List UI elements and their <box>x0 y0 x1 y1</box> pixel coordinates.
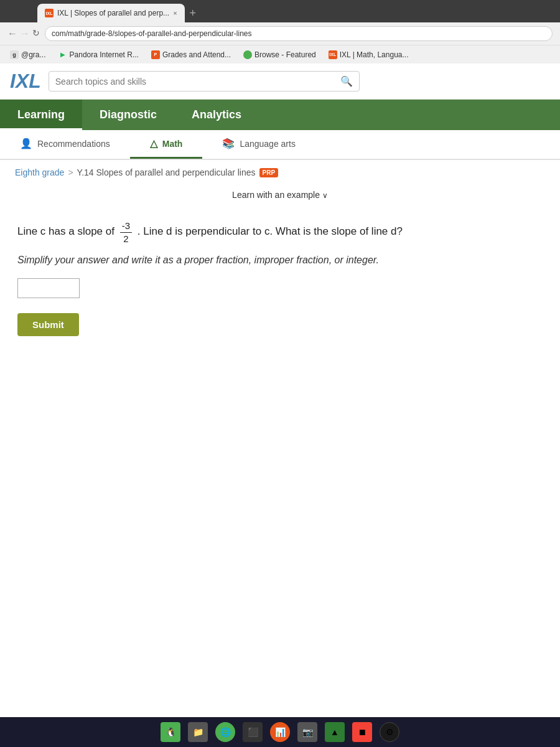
fraction-numerator: -3 <box>120 220 132 233</box>
reload-button[interactable]: ↻ <box>32 28 40 39</box>
tab-favicon: IXL <box>45 9 54 17</box>
bookmark-ixl-math[interactable]: IXL IXL | Math, Langua... <box>324 49 414 60</box>
taskbar-icon-7[interactable]: ⏹ <box>352 722 372 742</box>
bookmark-egra[interactable]: g @gra... <box>5 49 51 60</box>
breadcrumb: Eighth grade > Y.14 Slopes of parallel a… <box>0 160 560 185</box>
bookmark-grades-label: Grades and Attend... <box>162 50 231 59</box>
language-arts-icon: 📚 <box>222 138 235 149</box>
line1-prefix: Line c has a slope of <box>17 225 114 237</box>
learn-example-arrow: ∨ <box>322 191 328 200</box>
address-bar: ← → ↻ <box>0 22 560 45</box>
bookmark-browse-label: Browse - Featured <box>254 50 316 59</box>
learn-example[interactable]: Learn with an example ∨ <box>0 185 560 205</box>
back-button[interactable]: ← <box>7 28 17 39</box>
breadcrumb-separator: > <box>68 167 73 177</box>
pandora-icon: ▶ <box>58 50 67 59</box>
taskbar-icon-1[interactable]: 📁 <box>188 722 208 742</box>
nav-learning[interactable]: Learning <box>0 100 82 130</box>
bookmark-pandora[interactable]: ▶ Pandora Internet R... <box>54 49 144 60</box>
grades-icon: P <box>151 50 160 59</box>
taskbar-icon-6[interactable]: ▲ <box>325 722 345 742</box>
url-input[interactable] <box>45 26 553 41</box>
egra-icon: g <box>10 50 19 59</box>
bookmark-browse[interactable]: Browse - Featured <box>238 49 321 60</box>
bookmark-grades[interactable]: P Grades and Attend... <box>146 49 236 60</box>
line1-suffix: . Line d is perpendicular to c. What is … <box>138 225 403 237</box>
search-input[interactable] <box>55 77 335 87</box>
taskbar-icon-8[interactable]: ⚙ <box>380 722 399 742</box>
math-icon: △ <box>150 138 157 149</box>
ixl-header: IXL 🔍 <box>0 63 560 100</box>
subnav-math[interactable]: △ Math <box>130 130 203 159</box>
nav-bar: Learning Diagnostic Analytics <box>0 100 560 130</box>
recommendations-icon: 👤 <box>20 138 32 149</box>
page-content: IXL 🔍 Learning Diagnostic Analytics 👤 R <box>0 63 560 717</box>
simplify-text: Simplify your answer and write it as a p… <box>17 255 543 266</box>
bookmarks-bar: g @gra... ▶ Pandora Internet R... P Grad… <box>0 45 560 63</box>
submit-button[interactable]: Submit <box>17 313 79 336</box>
search-icon[interactable]: 🔍 <box>340 75 353 87</box>
browser-nav-buttons: ← → ↻ <box>7 28 40 39</box>
ixl-math-icon: IXL <box>329 50 337 59</box>
logo-i: I <box>10 70 16 92</box>
breadcrumb-skill: Y.14 Slopes of parallel and perpendicula… <box>77 167 256 177</box>
taskbar: 🐧 📁 🌐 ⬛ 📊 📷 ▲ ⏹ ⚙ <box>0 717 560 747</box>
problem-text-line1: Line c has a slope of -3 2 . Line d is p… <box>17 220 543 245</box>
subnav-recommendations[interactable]: 👤 Recommendations <box>0 130 130 159</box>
sub-nav: 👤 Recommendations △ Math 📚 Language arts <box>0 130 560 160</box>
subnav-language-arts[interactable]: 📚 Language arts <box>202 130 315 159</box>
bookmark-pandora-label: Pandora Internet R... <box>70 50 139 59</box>
bookmark-egra-label: @gra... <box>21 50 46 59</box>
active-tab[interactable]: IXL IXL | Slopes of parallel and perp...… <box>37 4 185 22</box>
fraction: -3 2 <box>120 220 132 245</box>
browser-window: IXL IXL | Slopes of parallel and perp...… <box>0 0 560 747</box>
browse-icon <box>243 50 252 59</box>
new-tab-button[interactable]: + <box>190 7 197 20</box>
taskbar-icon-2[interactable]: 🌐 <box>215 722 235 742</box>
taskbar-icon-3[interactable]: ⬛ <box>243 722 263 742</box>
ixl-logo: IXL <box>10 70 41 93</box>
nav-analytics[interactable]: Analytics <box>174 100 259 130</box>
learn-example-text[interactable]: Learn with an example ∨ <box>232 190 328 200</box>
tab-title: IXL | Slopes of parallel and perp... <box>57 9 169 17</box>
prp-badge: PRP <box>259 168 279 177</box>
taskbar-icon-4[interactable]: 📊 <box>270 722 290 742</box>
answer-input[interactable] <box>17 278 80 298</box>
tab-close-button[interactable]: × <box>173 9 177 17</box>
nav-diagnostic[interactable]: Diagnostic <box>82 100 174 130</box>
fraction-denominator: 2 <box>121 233 130 245</box>
logo-xl: XL <box>16 70 41 92</box>
bookmark-ixl-math-label: IXL | Math, Langua... <box>340 50 409 59</box>
forward-button[interactable]: → <box>20 28 30 39</box>
problem-area: Line c has a slope of -3 2 . Line d is p… <box>0 205 560 351</box>
breadcrumb-grade[interactable]: Eighth grade <box>15 167 64 177</box>
taskbar-icon-5[interactable]: 📷 <box>297 722 317 742</box>
tab-bar: IXL IXL | Slopes of parallel and perp...… <box>0 0 560 22</box>
search-bar[interactable]: 🔍 <box>49 71 360 92</box>
taskbar-icon-0[interactable]: 🐧 <box>161 722 180 742</box>
